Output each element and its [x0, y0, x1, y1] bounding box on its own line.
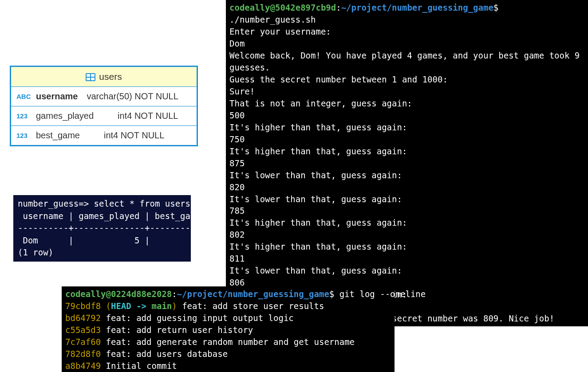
type-badge: ABC	[16, 93, 32, 100]
bash-terminal[interactable]: codeally@5042e897cb9d:~/project/number_g…	[226, 0, 588, 326]
git-commit-line: 7c7af60 feat: add generate random number…	[65, 337, 355, 347]
term-dollar: $	[493, 3, 504, 12]
commit-hash: c55a5d3	[65, 325, 101, 335]
schema-column-row: ABCusernamevarchar(50) NOT NULL	[11, 87, 197, 106]
term-colon: :	[336, 3, 341, 12]
commit-msg: feat: add generate random number and get…	[106, 337, 355, 347]
main-label: main	[152, 301, 172, 311]
commit-hash: 7c7af60	[65, 337, 101, 347]
git-terminal[interactable]: codeally@0224d88e2028:~/project/number_g…	[62, 286, 395, 372]
git-path: ~/project/number_guessing_game	[177, 289, 329, 299]
head-label: HEAD ->	[111, 301, 152, 311]
column-type: int4 NOT NULL	[104, 130, 164, 141]
sql-query: select * from users ;	[94, 199, 201, 208]
term-path: ~/project/number_guessing_game	[341, 3, 493, 12]
git-cmd: git log --oneline	[339, 289, 426, 299]
column-name: best_game	[36, 130, 80, 141]
sql-header: username | games_played | best_game	[18, 211, 201, 221]
git-commit-line: 79cbdf8 (HEAD -> main) feat: add store u…	[65, 301, 324, 311]
type-badge: 123	[16, 132, 32, 139]
column-name: username	[36, 91, 78, 102]
commit-msg: feat: add store user results	[182, 301, 324, 311]
column-name: games_played	[36, 111, 94, 121]
sql-footer: (1 row)	[18, 247, 53, 257]
git-dollar: $	[329, 289, 339, 299]
sql-row: Dom | 5 | 9	[18, 235, 201, 245]
sql-result-panel: number_guess=> select * from users ; use…	[13, 195, 191, 262]
table-name: users	[99, 71, 122, 82]
commit-hash: 782d8f0	[65, 349, 101, 359]
schema-column-row: 123best_gameint4 NOT NULL	[11, 126, 197, 145]
git-commit-line: bd64792 feat: add guessing input output …	[65, 313, 294, 323]
column-type: varchar(50) NOT NULL	[87, 91, 178, 102]
column-type: int4 NOT NULL	[118, 111, 178, 121]
term-user: codeally@5042e897cb9d	[229, 3, 336, 12]
commit-msg: feat: add users database	[106, 349, 228, 359]
git-commit-line: 782d8f0 feat: add users database	[65, 349, 228, 359]
term-cmd: ./number_guess.sh	[229, 15, 316, 24]
commit-msg: feat: add return user history	[106, 325, 253, 335]
git-commit-line: c55a5d3 feat: add return user history	[65, 325, 253, 335]
svg-rect-4	[91, 78, 95, 80]
git-output: 79cbdf8 (HEAD -> main) feat: add store u…	[65, 301, 355, 371]
commit-hash: bd64792	[65, 313, 101, 323]
sql-prompt: number_guess=>	[18, 199, 89, 208]
schema-header: users	[11, 67, 197, 87]
commit-hash: 79cbdf8	[65, 301, 101, 311]
svg-rect-1	[87, 74, 90, 77]
git-colon: :	[172, 289, 177, 299]
commit-msg: feat: add guessing input output logic	[106, 313, 294, 323]
svg-rect-2	[91, 74, 95, 77]
git-user: codeally@0224d88e2028	[65, 289, 172, 299]
table-icon	[86, 73, 95, 81]
git-commit-line: a8b4749 Initial commit	[65, 361, 177, 371]
paren-open: (	[106, 301, 111, 311]
schema-column-row: 123games_playedint4 NOT NULL	[11, 106, 197, 126]
commit-msg: Initial commit	[106, 361, 177, 371]
type-badge: 123	[16, 112, 32, 120]
commit-hash: a8b4749	[65, 361, 101, 371]
term-output: Enter your username: Dom Welcome back, D…	[229, 27, 585, 323]
sql-divider: ----------+--------------+-----------	[18, 223, 205, 233]
svg-rect-3	[87, 78, 90, 80]
db-schema-table: users ABCusernamevarchar(50) NOT NULL123…	[10, 66, 198, 146]
paren-close: )	[172, 301, 177, 311]
